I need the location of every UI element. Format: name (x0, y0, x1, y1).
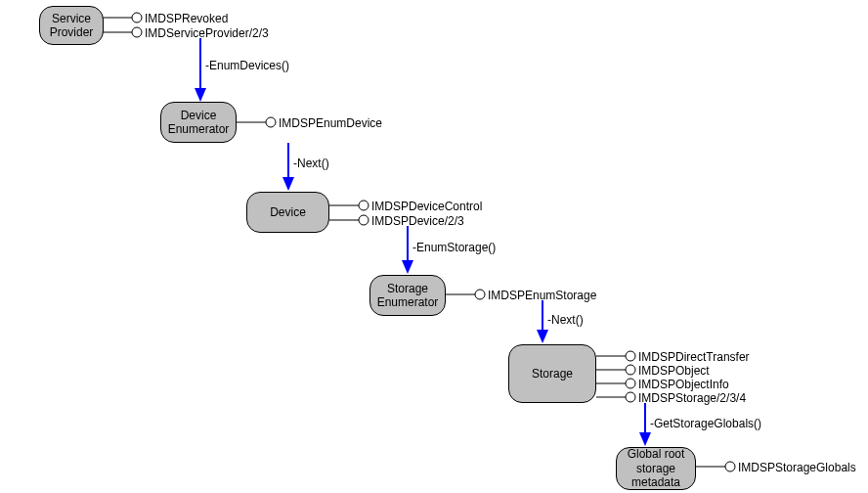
method-enum-storage: -EnumStorage() (412, 241, 496, 254)
svg-point-3 (132, 27, 142, 37)
lollipop-imdsp-device-control (329, 201, 369, 210)
svg-point-23 (626, 392, 635, 402)
label-imdsp-device-control: IMDSPDeviceControl (371, 200, 482, 213)
lollipop-imdsp-storage (596, 392, 635, 402)
method-enum-devices: -EnumDevices() (205, 59, 289, 72)
node-storage: Storage (508, 344, 596, 403)
node-label: Storage (532, 367, 573, 381)
node-label: StorageEnumerator (377, 282, 439, 310)
svg-point-17 (626, 351, 635, 361)
node-service-provider: ServiceProvider (39, 6, 104, 45)
svg-point-9 (359, 201, 369, 210)
method-get-storage-globals: -GetStorageGlobals() (650, 417, 761, 430)
method-next-storage: -Next() (547, 313, 584, 327)
label-imdsp-object: IMDSPObject (638, 364, 710, 378)
lollipop-imdsp-object (596, 365, 635, 375)
lollipop-imdsp-device (329, 215, 369, 225)
svg-point-21 (626, 379, 635, 388)
label-imdsp-direct-transfer: IMDSPDirectTransfer (638, 350, 750, 364)
lollipop-imdsp-revoked (103, 13, 142, 22)
svg-point-14 (475, 290, 485, 299)
lollipop-imdsp-enum-storage (446, 290, 485, 299)
lollipop-imdsp-object-info (596, 379, 635, 388)
node-label: Global rootstoragemetadata (628, 447, 685, 489)
node-label: DeviceEnumerator (168, 109, 230, 137)
svg-point-26 (725, 462, 735, 471)
svg-point-1 (132, 13, 142, 22)
node-storage-enumerator: StorageEnumerator (369, 275, 446, 316)
label-imd-service-provider: IMDServiceProvider/2/3 (145, 26, 269, 40)
label-imdsp-storage: IMDSPStorage/2/3/4 (638, 391, 746, 405)
lollipop-imdsp-direct-transfer (596, 351, 635, 361)
node-global-root: Global rootstoragemetadata (616, 447, 696, 490)
node-label: ServiceProvider (50, 12, 94, 40)
method-next-device: -Next() (293, 157, 329, 170)
node-device-enumerator: DeviceEnumerator (160, 102, 237, 143)
lollipop-imd-service-provider (103, 27, 142, 37)
label-imdsp-enum-device: IMDSPEnumDevice (279, 116, 382, 130)
svg-point-19 (626, 365, 635, 375)
lollipop-imdsp-storage-globals (696, 462, 735, 471)
label-imdsp-enum-storage: IMDSPEnumStorage (488, 289, 596, 302)
label-imdsp-revoked: IMDSPRevoked (145, 12, 228, 25)
lollipop-imdsp-enum-device (237, 117, 276, 127)
label-imdsp-storage-globals: IMDSPStorageGlobals (738, 461, 856, 474)
label-imdsp-object-info: IMDSPObjectInfo (638, 378, 729, 391)
svg-point-6 (266, 117, 276, 127)
node-label: Device (270, 205, 306, 219)
node-device: Device (246, 192, 329, 233)
svg-point-11 (359, 215, 369, 225)
label-imdsp-device: IMDSPDevice/2/3 (371, 214, 464, 228)
